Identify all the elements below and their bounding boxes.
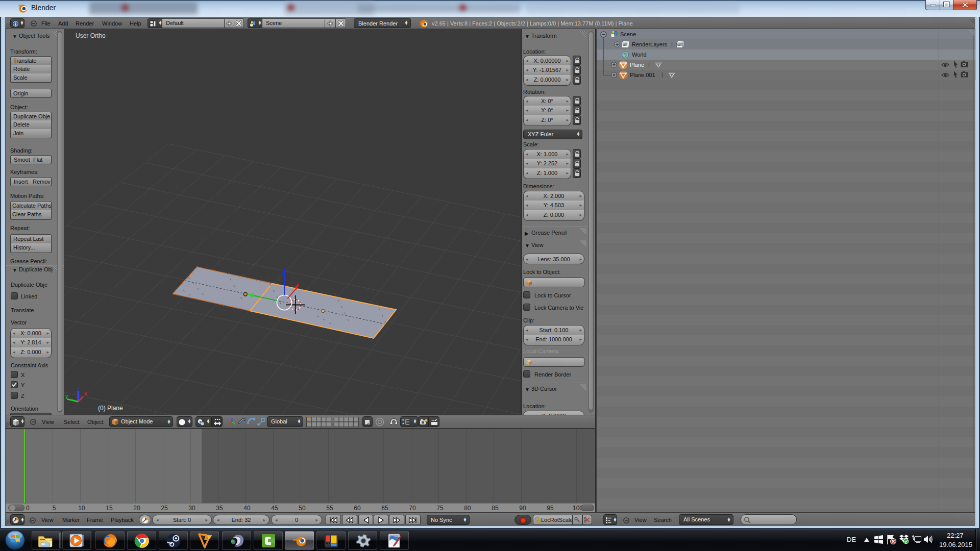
svg-text:User Ortho: User Ortho [76,32,106,39]
svg-text:y: y [65,393,68,399]
svg-text:z: z [77,385,80,391]
svg-text:x: x [84,390,87,396]
svg-text:(0) Plane: (0) Plane [98,405,123,412]
